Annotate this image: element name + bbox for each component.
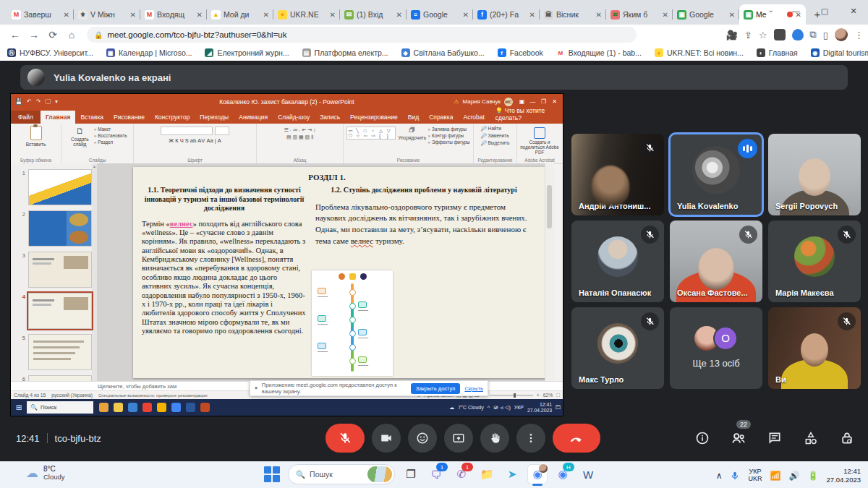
tray-mic-icon[interactable] bbox=[730, 471, 740, 481]
zoom-slider[interactable] bbox=[490, 395, 533, 396]
slide-thumbnail-preview[interactable] bbox=[28, 375, 92, 381]
bookmark-item[interactable]: fFacebook bbox=[498, 48, 543, 57]
ribbon-item[interactable]: Раздел bbox=[94, 140, 127, 145]
inner-start-button[interactable]: ⊞ bbox=[11, 403, 27, 411]
tab-close-icon[interactable]: ✕ bbox=[663, 11, 668, 19]
more-options-button[interactable] bbox=[516, 424, 545, 453]
ribbon-item[interactable]: Контур фигуры bbox=[428, 133, 469, 138]
inner-taskbar-app-icon[interactable] bbox=[128, 403, 137, 412]
padlock-icon[interactable]: 🔒 bbox=[94, 31, 103, 39]
task-view-taskbar-icon[interactable]: ❐ bbox=[401, 465, 420, 484]
volume-icon[interactable]: 🔊 bbox=[788, 471, 799, 481]
bookmark-item[interactable]: ◐Главная bbox=[757, 48, 798, 57]
bookmark-item[interactable]: ◆Світлана Бабушко... bbox=[401, 48, 485, 57]
tab-close-icon[interactable]: ✕ bbox=[463, 11, 469, 19]
stop-sharing-button[interactable]: Закрыть доступ bbox=[411, 383, 461, 394]
inner-tray-chevron[interactable]: ^ bbox=[488, 405, 490, 410]
bookmark-item[interactable]: ●UKR.NET: Всі новин... bbox=[655, 48, 744, 57]
tray-chevron-icon[interactable]: ∧ bbox=[716, 471, 723, 481]
shapes-gallery[interactable]: ▭╲□○△▽⬠☆⇦⇨{} bbox=[346, 127, 396, 140]
taskbar-clock[interactable]: 12:4127.04.2023 bbox=[826, 467, 861, 484]
tab-close-icon[interactable]: ✕ bbox=[729, 11, 735, 19]
create-pdf-button[interactable]: Создать и поделиться Adobe PDF bbox=[519, 126, 561, 155]
tab-close-icon[interactable]: ✕ bbox=[64, 11, 69, 19]
ppt-ribbon-tab-главная[interactable]: Главная bbox=[41, 111, 76, 124]
host-controls-button[interactable] bbox=[838, 429, 856, 448]
ppt-ribbon-tab-acrobat[interactable]: Acrobat bbox=[459, 111, 490, 124]
browser-tab[interactable]: ●UKR.NE✕ bbox=[273, 4, 340, 25]
paste-button[interactable]: Вставить bbox=[26, 126, 46, 147]
tab-close-icon[interactable]: ✕ bbox=[596, 11, 602, 19]
reload-button[interactable]: ⟳ bbox=[43, 29, 62, 40]
zoom-level[interactable]: 62% bbox=[543, 393, 553, 398]
bookmark-item[interactable]: ◉Digital tourism - Eu... bbox=[811, 48, 868, 57]
battery-icon[interactable]: 🔋 bbox=[807, 471, 818, 481]
bookmark-item[interactable]: MВходящие (1) - bab... bbox=[556, 48, 642, 57]
ribbon-item[interactable]: Заливка фигуры bbox=[428, 127, 469, 132]
ribbon-item[interactable]: 🔎 Выделить bbox=[481, 140, 510, 146]
wifi-icon[interactable]: 📶 bbox=[770, 471, 781, 481]
ppt-ribbon-tab-вставка[interactable]: Вставка bbox=[75, 111, 109, 124]
tab-close-icon[interactable]: ✕ bbox=[130, 11, 136, 19]
bookmark-item[interactable]: ⓃНУФВСУ. Університ... bbox=[7, 48, 93, 57]
bookmark-item[interactable]: ▦Календар | Microso... bbox=[106, 48, 192, 57]
participant-tile[interactable]: Yulia Kovalenko bbox=[670, 134, 762, 215]
browser-tab[interactable]: MВходящ✕ bbox=[140, 4, 207, 25]
align-buttons[interactable]: ▤ ▥ ▦ ▧ ⫴ bbox=[286, 134, 313, 140]
tab-close-icon[interactable]: ✕ bbox=[197, 11, 203, 19]
ppt-ribbon-tab-справка[interactable]: Справка bbox=[424, 111, 458, 124]
ribbon-item[interactable]: Макет bbox=[94, 127, 127, 132]
slide-thumbnail-preview[interactable] bbox=[28, 169, 92, 205]
ribbon-item[interactable]: Восстановить bbox=[94, 133, 127, 138]
bookmark-item[interactable]: ▤Платформа електр... bbox=[302, 48, 388, 57]
hide-banner-link[interactable]: Скрыть bbox=[464, 385, 483, 392]
home-button[interactable]: ⌂ bbox=[62, 29, 81, 40]
ppt-ribbon-tab-конструктор[interactable]: Конструктор bbox=[150, 111, 195, 124]
teams-chat-taskbar-icon[interactable]: 🗨1 bbox=[427, 465, 446, 484]
share-icon[interactable]: ⇪ bbox=[744, 30, 752, 40]
ppt-ribbon-tab-переходы[interactable]: Переходы bbox=[195, 111, 234, 124]
ribbon-item[interactable]: 🔎 Найти bbox=[481, 126, 510, 132]
arrange-button[interactable]: 🗇Упорядочить bbox=[398, 127, 426, 140]
participant-tile[interactable]: Sergii Popovych bbox=[768, 134, 861, 215]
side-panel-icon[interactable]: ▯ bbox=[823, 30, 828, 40]
inner-taskbar-app-icon[interactable] bbox=[142, 403, 152, 412]
slide-thumbnail-preview[interactable] bbox=[28, 334, 92, 370]
ppt-ribbon-tab-файл[interactable]: Файл bbox=[11, 111, 41, 124]
reactions-button[interactable] bbox=[408, 424, 437, 453]
inner-taskbar-app-icon[interactable] bbox=[186, 403, 195, 412]
slide-thumbnail[interactable]: 5 bbox=[15, 334, 92, 370]
telegram-taskbar-icon[interactable]: ➤ bbox=[503, 465, 522, 484]
participant-tile[interactable]: Макс Турло bbox=[571, 307, 664, 389]
slide-thumbnail[interactable]: 1 bbox=[15, 169, 92, 205]
browser-tab[interactable]: ▣Google✕ bbox=[673, 4, 739, 25]
participant-tile[interactable]: Андрій Антониш... bbox=[571, 134, 664, 215]
inner-weather-text[interactable]: 7°C Cloudy bbox=[458, 405, 483, 410]
browser-tab[interactable]: ▲Мой ди✕ bbox=[207, 4, 273, 25]
font-name-box[interactable] bbox=[161, 127, 213, 135]
inner-search-box[interactable]: 🔍Поиск bbox=[27, 401, 93, 414]
meeting-details-button[interactable] bbox=[693, 429, 712, 448]
taskbar-search-box[interactable]: 🔍 Пошук bbox=[288, 464, 395, 484]
participant-tile[interactable]: Марія Макеєва bbox=[768, 221, 861, 302]
tab-search-icon[interactable]: ⌄ bbox=[768, 6, 774, 14]
inner-taskbar-app-icon[interactable] bbox=[157, 403, 166, 412]
font-size-box[interactable] bbox=[215, 127, 229, 135]
language-switcher[interactable]: УКРUKR bbox=[748, 468, 762, 483]
tab-capture-icon[interactable]: 🎥 bbox=[726, 30, 738, 40]
tell-me-box[interactable]: 💡 Что вы хотите сделать? bbox=[495, 107, 563, 124]
chrome-2-taskbar-icon[interactable]: ◉H bbox=[553, 465, 572, 484]
inner-taskbar-app-icon[interactable] bbox=[114, 403, 123, 412]
slide-thumbnail[interactable]: 3 bbox=[15, 252, 92, 288]
camera-button[interactable] bbox=[372, 424, 401, 453]
minimize-button[interactable]: — bbox=[781, 7, 810, 15]
viber-taskbar-icon[interactable]: ✆1 bbox=[452, 465, 471, 484]
ppt-ribbon-tab-рецензирование[interactable]: Рецензирование bbox=[345, 111, 403, 124]
browser-tab[interactable]: ≡Google✕ bbox=[407, 4, 473, 25]
bookmark-star-icon[interactable]: ☆ bbox=[759, 30, 767, 40]
browser-tab[interactable]: 🏛Вісник✕ bbox=[540, 4, 606, 25]
shield-extension-icon[interactable] bbox=[792, 29, 804, 40]
new-slide-button[interactable]: 🗋Создать слайд bbox=[67, 127, 92, 147]
thumbnail-scrollbar[interactable] bbox=[92, 163, 97, 381]
current-slide[interactable]: РОЗДІЛ 1. 1.1. Теоретичні підходи до виз… bbox=[133, 167, 550, 378]
